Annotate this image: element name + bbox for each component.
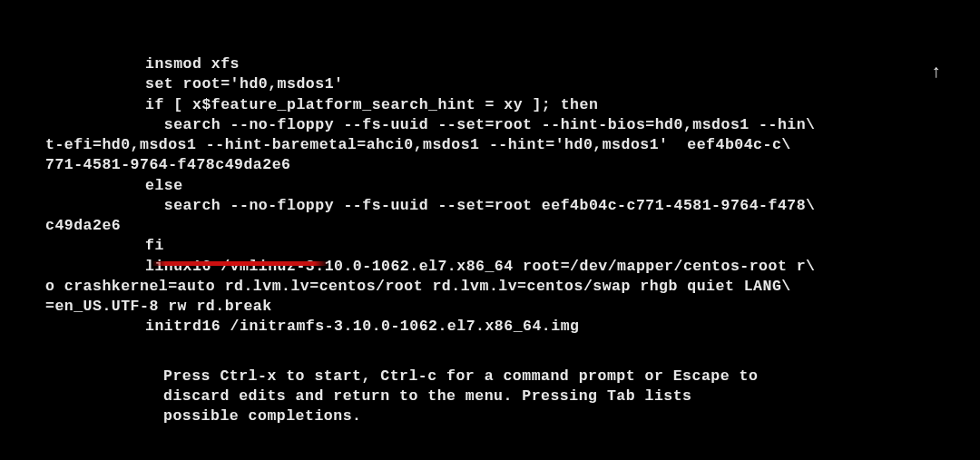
grub-editor[interactable]: insmod xfs set root='hd0,msdos1' if [ x$… [0, 54, 980, 427]
config-line: o crashkernel=auto rd.lvm.lv=centos/root… [45, 277, 953, 297]
config-line: t-efi=hd0,msdos1 --hint-baremetal=ahci0,… [45, 135, 953, 155]
scroll-up-arrow-icon: ↑ [930, 60, 942, 84]
help-line: Press Ctrl-x to start, Ctrl-c for a comm… [163, 367, 762, 387]
config-line: search --no-floppy --fs-uuid --set=root … [45, 115, 953, 135]
config-line: if [ x$feature_platform_search_hint = xy… [45, 95, 953, 115]
config-line: set root='hd0,msdos1' [45, 74, 953, 94]
config-line: else [45, 176, 953, 196]
config-line: search --no-floppy --fs-uuid --set=root … [45, 196, 953, 216]
config-line: c49da2e6 [45, 216, 953, 236]
annotation-underline [152, 261, 328, 266]
config-line: initrd16 /initramfs-3.10.0-1062.el7.x86_… [45, 317, 953, 337]
config-line-highlighted: =en_US.UTF-8 rw rd.break [45, 297, 953, 317]
config-line: linux16 /vmlinuz-3.10.0-1062.el7.x86_64 … [45, 257, 953, 277]
help-text: Press Ctrl-x to start, Ctrl-c for a comm… [45, 367, 762, 427]
help-line: discard edits and return to the menu. Pr… [163, 387, 762, 406]
config-line: fi [45, 236, 953, 256]
config-line: 771-4581-9764-f478c49da2e6 [45, 155, 953, 175]
help-line: possible completions. [163, 406, 762, 426]
config-line: insmod xfs [45, 54, 953, 74]
